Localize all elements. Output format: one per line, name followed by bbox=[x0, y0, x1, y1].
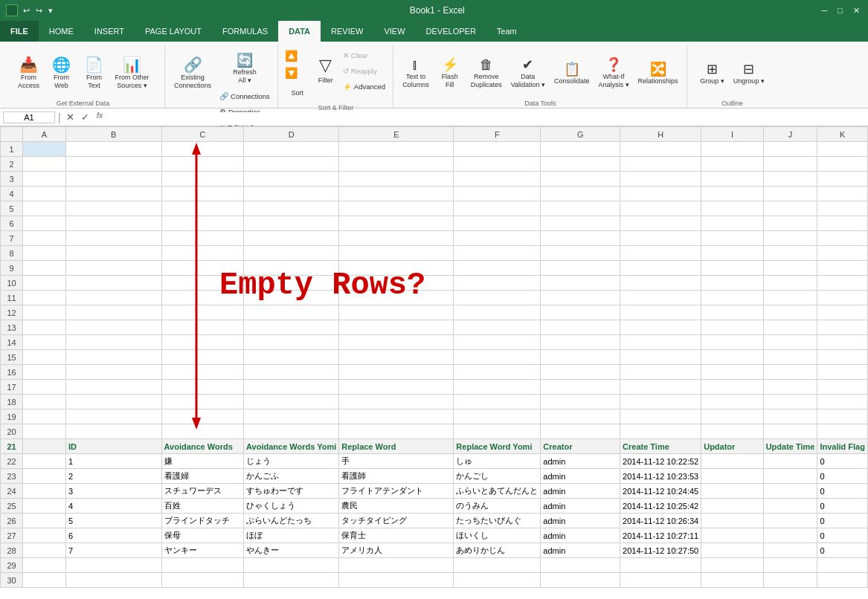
cell[interactable] bbox=[339, 157, 454, 172]
from-text-button[interactable]: 📄 FromText bbox=[78, 48, 109, 100]
cell[interactable] bbox=[763, 305, 817, 320]
cell[interactable]: 0 bbox=[817, 469, 868, 484]
cell[interactable] bbox=[454, 320, 541, 335]
cell[interactable] bbox=[541, 305, 620, 320]
data-validation-button[interactable]: ✔ DataValidation ▾ bbox=[507, 48, 549, 100]
cell[interactable]: スチュワーデス bbox=[161, 484, 244, 499]
cell[interactable] bbox=[454, 305, 541, 320]
cell[interactable] bbox=[65, 380, 161, 395]
cell[interactable] bbox=[23, 424, 66, 439]
cell[interactable] bbox=[701, 201, 763, 216]
cell[interactable] bbox=[454, 558, 541, 573]
cell[interactable] bbox=[701, 499, 763, 514]
cell[interactable] bbox=[65, 231, 161, 246]
cell[interactable] bbox=[161, 395, 244, 409]
cell[interactable]: 2014-11-12 10:24:45 bbox=[620, 484, 701, 499]
cell[interactable]: かんごし bbox=[454, 469, 541, 484]
cell[interactable] bbox=[541, 365, 620, 380]
cell[interactable] bbox=[65, 246, 161, 261]
cell[interactable] bbox=[817, 305, 868, 320]
cell[interactable] bbox=[541, 380, 620, 395]
tab-insert[interactable]: INSERT bbox=[84, 21, 135, 42]
cell[interactable] bbox=[339, 573, 454, 588]
cell[interactable] bbox=[454, 142, 541, 157]
existing-connections-button[interactable]: 🔗 ExistingConnections bbox=[170, 48, 215, 100]
cell[interactable] bbox=[817, 395, 868, 409]
cell[interactable] bbox=[763, 246, 817, 261]
cell[interactable] bbox=[339, 380, 454, 395]
cell[interactable] bbox=[23, 216, 66, 231]
close-button[interactable]: ✕ bbox=[851, 6, 862, 16]
header-cell[interactable]: ID bbox=[65, 439, 161, 454]
cell[interactable] bbox=[65, 424, 161, 439]
cell[interactable] bbox=[763, 395, 817, 409]
cell[interactable] bbox=[817, 350, 868, 365]
cell[interactable] bbox=[161, 350, 244, 365]
cell[interactable] bbox=[701, 187, 763, 201]
cell[interactable] bbox=[620, 261, 701, 276]
cell[interactable] bbox=[161, 365, 244, 380]
cell[interactable] bbox=[23, 484, 66, 499]
cell[interactable]: 2014-11-12 10:26:34 bbox=[620, 514, 701, 528]
cell[interactable]: フライトアテンダント bbox=[339, 484, 454, 499]
cell[interactable] bbox=[541, 261, 620, 276]
cell[interactable]: 0 bbox=[817, 543, 868, 558]
cell[interactable] bbox=[541, 350, 620, 365]
cell[interactable]: 嫌 bbox=[161, 454, 244, 469]
advanced-button[interactable]: ⚡ Advanced bbox=[340, 79, 388, 94]
cell[interactable] bbox=[620, 380, 701, 395]
cell[interactable] bbox=[620, 142, 701, 157]
cell[interactable] bbox=[541, 409, 620, 424]
cell[interactable] bbox=[454, 335, 541, 350]
header-cell[interactable]: Creator bbox=[541, 439, 620, 454]
tab-view[interactable]: VIEW bbox=[373, 21, 415, 42]
cell[interactable] bbox=[541, 558, 620, 573]
cell[interactable]: ほいくし bbox=[454, 528, 541, 543]
cell[interactable] bbox=[23, 469, 66, 484]
cell[interactable] bbox=[161, 261, 244, 276]
cell[interactable] bbox=[763, 514, 817, 528]
filter-button[interactable]: ▽ Filter bbox=[313, 48, 338, 92]
cell[interactable] bbox=[23, 335, 66, 350]
cell[interactable] bbox=[763, 276, 817, 291]
cell[interactable] bbox=[161, 231, 244, 246]
cell[interactable] bbox=[763, 261, 817, 276]
cell[interactable] bbox=[454, 276, 541, 291]
cell[interactable] bbox=[701, 216, 763, 231]
cell[interactable] bbox=[244, 395, 339, 409]
cell[interactable] bbox=[620, 350, 701, 365]
cell[interactable] bbox=[701, 261, 763, 276]
cell[interactable] bbox=[23, 514, 66, 528]
header-cell[interactable]: Avoidance Words bbox=[161, 439, 244, 454]
cell[interactable] bbox=[620, 395, 701, 409]
cell[interactable] bbox=[23, 499, 66, 514]
col-header-f[interactable]: F bbox=[454, 127, 541, 142]
cell[interactable]: 2014-11-12 10:22:52 bbox=[620, 454, 701, 469]
cell[interactable] bbox=[817, 201, 868, 216]
from-other-sources-button[interactable]: 📊 From OtherSources ▾ bbox=[111, 48, 152, 100]
reapply-button[interactable]: ↺ Reapply bbox=[340, 63, 388, 78]
col-header-b[interactable]: B bbox=[65, 127, 161, 142]
cell[interactable] bbox=[23, 395, 66, 409]
cell[interactable]: admin bbox=[541, 499, 620, 514]
col-header-d[interactable]: D bbox=[244, 127, 339, 142]
cell[interactable] bbox=[244, 172, 339, 187]
cell[interactable]: 2014-11-12 10:23:53 bbox=[620, 469, 701, 484]
cell[interactable] bbox=[244, 424, 339, 439]
cell[interactable] bbox=[701, 350, 763, 365]
cell[interactable] bbox=[817, 276, 868, 291]
cell[interactable] bbox=[620, 335, 701, 350]
cell[interactable] bbox=[23, 261, 66, 276]
col-header-g[interactable]: G bbox=[541, 127, 620, 142]
cell[interactable] bbox=[701, 484, 763, 499]
cell[interactable] bbox=[339, 365, 454, 380]
cell[interactable] bbox=[701, 409, 763, 424]
cell[interactable] bbox=[817, 424, 868, 439]
cell[interactable] bbox=[817, 216, 868, 231]
spreadsheet-scroll[interactable]: Empty Rows? bbox=[0, 126, 868, 599]
cell[interactable] bbox=[339, 335, 454, 350]
cell[interactable] bbox=[620, 201, 701, 216]
maximize-button[interactable]: □ bbox=[835, 6, 845, 15]
header-cell[interactable]: Create Time bbox=[620, 439, 701, 454]
cell[interactable] bbox=[23, 231, 66, 246]
